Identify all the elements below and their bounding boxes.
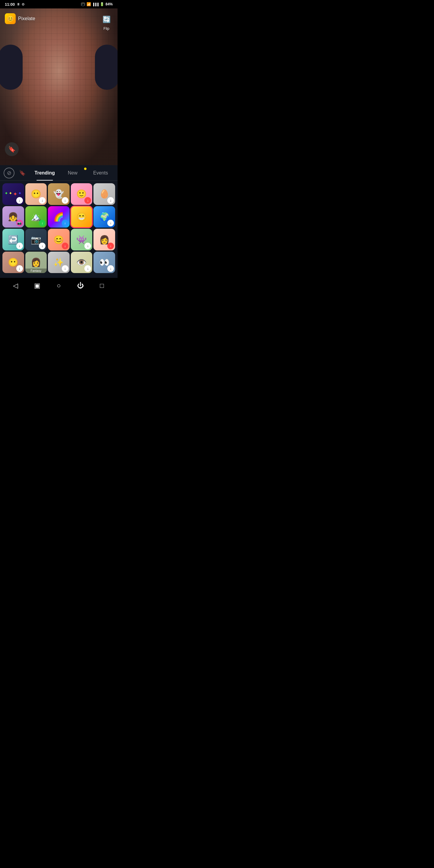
filter-arrows[interactable]: ↩️ ↓ xyxy=(2,229,24,250)
download-badge-gradient: ↓ xyxy=(62,220,68,226)
no-filter-button[interactable]: ⊘ xyxy=(4,167,14,179)
filter-smile[interactable]: 😊 ↓ xyxy=(48,229,70,250)
status-left: 11:00 ⏸ ⊙ xyxy=(5,2,24,7)
filter-face1[interactable]: 😶 ↓ xyxy=(25,183,47,205)
tab-new[interactable]: New xyxy=(59,165,86,181)
square-icon: □ xyxy=(100,282,104,290)
home-icon: ○ xyxy=(57,282,61,290)
power-button[interactable]: ⏻ xyxy=(75,280,86,291)
filter-girl[interactable]: 👧 📷 xyxy=(2,206,24,228)
time: 11:00 xyxy=(5,2,15,7)
headphone-right xyxy=(95,44,118,90)
tab-bar: ⊘ 🔖 Trending New Events xyxy=(0,165,118,181)
download-badge-arrows: ↓ xyxy=(16,243,23,249)
download-badge-beauty: ↓ xyxy=(107,243,114,249)
headphone-left xyxy=(0,44,23,90)
wifi-icon: 📶 xyxy=(87,2,91,6)
tab-trending-label: Trending xyxy=(35,170,55,176)
filter-fantasy-label: Fantasy xyxy=(25,269,47,273)
filter-emoji-thumb: 😁 xyxy=(71,206,93,228)
save-button[interactable]: 🔖 xyxy=(5,142,19,156)
home-button[interactable]: ○ xyxy=(53,280,64,291)
tab-underline xyxy=(37,180,53,181)
flip-button[interactable]: 🔄 Flip xyxy=(100,13,113,31)
signal-icon: ▐▐▐ xyxy=(92,3,98,6)
filter-globe[interactable]: 🌍 ↓ xyxy=(93,206,115,228)
bottom-panel: ⊘ 🔖 Trending New Events ✦ ✦ ✦ ✦ xyxy=(0,165,118,278)
download-badge-sparkle: ↓ xyxy=(16,197,23,204)
filter-face2[interactable]: 🙂 ↓ xyxy=(71,183,93,205)
filter-icon: 😊 xyxy=(5,13,16,24)
nav-bar: ◁ ▣ ○ ⏻ □ xyxy=(0,278,118,293)
vibrate-icon: 📳 xyxy=(81,2,85,6)
back-icon: ◁ xyxy=(13,282,18,290)
filter-gradient[interactable]: 🌈 ↓ xyxy=(48,206,70,228)
power-icon: ⏻ xyxy=(77,282,84,290)
tab-new-label: New xyxy=(68,170,78,176)
recents-button[interactable]: ▣ xyxy=(32,280,42,291)
filter-gray[interactable]: ✨ ↓ xyxy=(48,252,70,273)
filter-emoji[interactable]: 😁 xyxy=(71,206,93,228)
download-badge-smile: ↓ xyxy=(62,243,68,249)
flip-label: Flip xyxy=(103,27,109,31)
status-bar: 11:00 ⏸ ⊙ 📳 📶 ▐▐▐ 🔋 84% xyxy=(0,0,118,8)
filter-label: Pixelate xyxy=(18,16,35,22)
tab-events[interactable]: Events xyxy=(87,165,114,181)
download-badge-face3: ↓ xyxy=(16,265,23,272)
download-badge-ghost: ↓ xyxy=(62,197,68,204)
download-badge-face2: ↓ xyxy=(84,197,91,204)
back-button[interactable]: ◁ xyxy=(10,280,21,291)
download-badge-face1: ↓ xyxy=(39,197,45,204)
filter-grid: ✦ ✦ ✦ ✦ ↓ 😶 ↓ 👻 ↓ 🙂 ↓ 🥚 ↓ 👧 xyxy=(0,181,118,276)
filter-egg[interactable]: 🥚 ↓ xyxy=(93,183,115,205)
filter-cam[interactable]: 📷 ↓ xyxy=(25,229,47,250)
filter-ghost[interactable]: 👻 ↓ xyxy=(48,183,70,205)
download-badge-cam: ↓ xyxy=(39,243,45,249)
filter-beauty[interactable]: 👩 ↓ xyxy=(93,229,115,250)
saved-filters-button[interactable]: 🔖 xyxy=(17,167,28,179)
bookmark-icon: 🔖 xyxy=(8,146,16,153)
filter-monster[interactable]: 👾 ↓ xyxy=(71,229,93,250)
square-button[interactable]: □ xyxy=(96,280,107,291)
filter-landscape[interactable]: 🏔️ ↓ xyxy=(25,206,47,228)
new-dot xyxy=(84,167,87,170)
download-badge-egg: ↓ xyxy=(107,197,114,204)
flip-icon: 🔄 xyxy=(100,13,113,26)
circle-icon: ⊙ xyxy=(22,2,24,6)
bookmark-tab-icon: 🔖 xyxy=(19,170,26,176)
tab-events-label: Events xyxy=(93,170,108,176)
filter-blue[interactable]: 👀 ↓ xyxy=(93,252,115,273)
battery-icon: 🔋 xyxy=(100,2,104,6)
tab-trending[interactable]: Trending xyxy=(31,165,58,181)
camera-view: 😊 Pixelate 🔄 Flip 🔖 xyxy=(0,8,118,165)
filter-sparkle[interactable]: ✦ ✦ ✦ ✦ ↓ xyxy=(2,183,24,205)
filter-face3[interactable]: 😶 ↓ xyxy=(2,252,24,273)
filter-eyes[interactable]: 👁️ ↓ xyxy=(71,252,93,273)
pause-icon: ⏸ xyxy=(17,2,20,6)
recents-icon: ▣ xyxy=(34,282,40,290)
filter-fantasy[interactable]: 👩 Fantasy xyxy=(25,252,47,273)
download-badge-girl: 📷 xyxy=(16,220,23,226)
filter-name-overlay: 😊 Pixelate xyxy=(5,13,35,24)
status-right: 📳 📶 ▐▐▐ 🔋 84% xyxy=(81,2,113,6)
battery-percent: 84% xyxy=(105,2,113,6)
no-filter-icon: ⊘ xyxy=(7,170,11,176)
